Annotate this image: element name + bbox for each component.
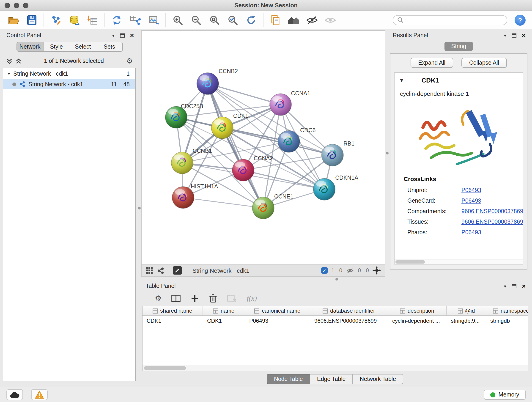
tab-select[interactable]: Select [70, 42, 96, 51]
table-splitter[interactable] [141, 277, 532, 281]
gene-section-header[interactable]: ▼ CDK1 [394, 73, 523, 87]
show-columns-icon[interactable] [172, 295, 181, 302]
detach-view-button[interactable] [173, 266, 182, 274]
column-header[interactable]: @id [447, 306, 486, 315]
crosslink-value-link[interactable]: 9606.ENSP00000378699 [462, 219, 523, 225]
column-header[interactable]: database identifier [310, 306, 388, 315]
network-node-rb1[interactable] [322, 144, 343, 166]
clone-network-button[interactable] [109, 13, 125, 27]
fit-content-icon[interactable] [373, 266, 381, 274]
show-all-button[interactable] [323, 13, 338, 27]
export-image-button[interactable] [146, 13, 161, 27]
selected-checkbox-icon[interactable]: ✓ [321, 267, 328, 274]
crosslink-value-link[interactable]: 9606.ENSP00000378699 [462, 208, 523, 215]
refresh-view-button[interactable] [243, 13, 259, 27]
cloud-button[interactable] [6, 389, 23, 400]
help-button[interactable]: ? [515, 14, 526, 26]
float-panel-icon[interactable] [120, 33, 125, 37]
tree-expand-icon[interactable]: ▾ [8, 71, 10, 76]
network-canvas[interactable]: CCNB2CCNA1CDC25BCDK1CDC6RB1CCNB1CCNA2CDK… [141, 30, 385, 264]
warnings-button[interactable] [31, 389, 48, 400]
network-edge[interactable] [222, 128, 332, 155]
expand-all-icon[interactable] [16, 58, 22, 64]
grid-overview-icon[interactable] [146, 267, 153, 274]
close-panel-icon[interactable]: × [522, 32, 526, 38]
create-column-plus-icon[interactable] [191, 294, 199, 303]
close-window-button[interactable] [5, 2, 10, 8]
crosslink-value-link[interactable]: P06493 [462, 229, 523, 236]
crosslink-value-link[interactable]: P06493 [462, 187, 523, 193]
copy-document-button[interactable] [268, 13, 283, 27]
section-expand-icon[interactable]: ▼ [399, 77, 404, 83]
save-session-button[interactable] [24, 13, 39, 27]
network-node-cdk1[interactable] [211, 117, 233, 139]
column-header[interactable]: description [388, 306, 447, 315]
import-network-from-file-button[interactable] [48, 13, 64, 27]
open-session-button[interactable] [6, 13, 21, 27]
tab-node-table[interactable]: Node Table [267, 374, 310, 384]
splitter-handle[interactable] [138, 207, 141, 210]
network-edge[interactable] [208, 84, 280, 104]
network-node-ccna1[interactable] [270, 94, 291, 115]
column-header[interactable]: shared name [143, 306, 203, 315]
crosslink-value-link[interactable]: P06493 [462, 198, 523, 204]
network-share-icon[interactable] [157, 267, 164, 274]
network-node-ccnb2[interactable] [197, 73, 219, 95]
network-node-ccne1[interactable] [252, 197, 274, 219]
zoom-selected-button[interactable] [225, 13, 241, 27]
float-panel-icon[interactable] [512, 33, 516, 37]
network-row[interactable]: String Network - cdk1 11 48 [3, 79, 135, 89]
collapse-all-icon[interactable] [6, 58, 12, 64]
tab-sets[interactable]: Sets [96, 42, 123, 51]
right-splitter[interactable] [385, 29, 389, 277]
column-header[interactable]: name [203, 306, 245, 315]
tab-network[interactable]: Network [17, 42, 44, 51]
memory-button[interactable]: Memory [484, 390, 526, 400]
splitter-handle[interactable] [386, 152, 389, 154]
search-input[interactable] [406, 17, 503, 23]
table-horizontal-scrollbar[interactable] [143, 365, 528, 371]
network-node-cdc6[interactable] [278, 130, 300, 152]
network-node-cdkn1a[interactable] [313, 178, 335, 200]
expand-all-button[interactable]: Expand All [411, 58, 453, 68]
zoom-window-button[interactable] [23, 2, 28, 8]
results-scrollbar-thumb[interactable] [395, 260, 425, 264]
tab-edge-table[interactable]: Edge Table [310, 374, 353, 384]
close-panel-icon[interactable]: × [130, 32, 134, 38]
search-box[interactable] [393, 15, 507, 25]
network-from-table-button[interactable] [127, 13, 143, 27]
zoom-in-button[interactable] [170, 13, 186, 27]
hidden-eye-icon[interactable] [346, 267, 354, 274]
close-panel-icon[interactable]: × [522, 283, 526, 289]
float-panel-icon[interactable] [512, 284, 516, 288]
collapse-all-button[interactable]: Collapse All [462, 58, 507, 68]
network-options-gear-icon[interactable]: ⚙ [126, 57, 133, 65]
network-graph[interactable]: CCNB2CCNA1CDC25BCDK1CDC6RB1CCNB1CCNA2CDK… [142, 31, 385, 264]
table-row[interactable]: CDK1CDK1P064939606.ENSP00000378699cyclin… [143, 316, 528, 325]
results-scrollbar[interactable] [394, 259, 523, 264]
hide-selection-button[interactable] [304, 13, 320, 27]
collapse-panel-icon[interactable]: ▾ [504, 283, 506, 288]
table-settings-gear-icon[interactable]: ⚙ [155, 295, 162, 302]
zoom-fit-button[interactable] [207, 13, 222, 27]
delete-trash-icon[interactable] [209, 294, 217, 303]
splitter-handle[interactable] [335, 278, 338, 280]
home-layout-button[interactable] [286, 13, 302, 27]
collapse-panel-icon[interactable]: ▾ [504, 33, 506, 38]
network-node-ccnb1[interactable] [171, 152, 193, 174]
network-collection-row[interactable]: ▾ String Network - cdk1 1 [3, 68, 135, 79]
network-edge[interactable] [183, 198, 263, 208]
column-header[interactable]: canonical name [245, 306, 310, 315]
zoom-out-button[interactable] [188, 13, 204, 27]
tab-network-table[interactable]: Network Table [352, 374, 403, 384]
minimize-window-button[interactable] [14, 2, 19, 8]
network-node-hist1h1a[interactable] [172, 186, 194, 208]
clear-cells-icon[interactable] [228, 295, 237, 302]
network-node-ccna2[interactable] [232, 159, 254, 181]
column-header[interactable]: namespace [486, 306, 528, 315]
import-table-from-file-button[interactable] [85, 13, 100, 27]
left-splitter[interactable] [138, 29, 141, 387]
table-scrollbar-thumb[interactable] [144, 366, 186, 370]
network-node-cdc25b[interactable] [165, 106, 187, 128]
function-builder-icon[interactable]: f(x) [247, 294, 257, 303]
